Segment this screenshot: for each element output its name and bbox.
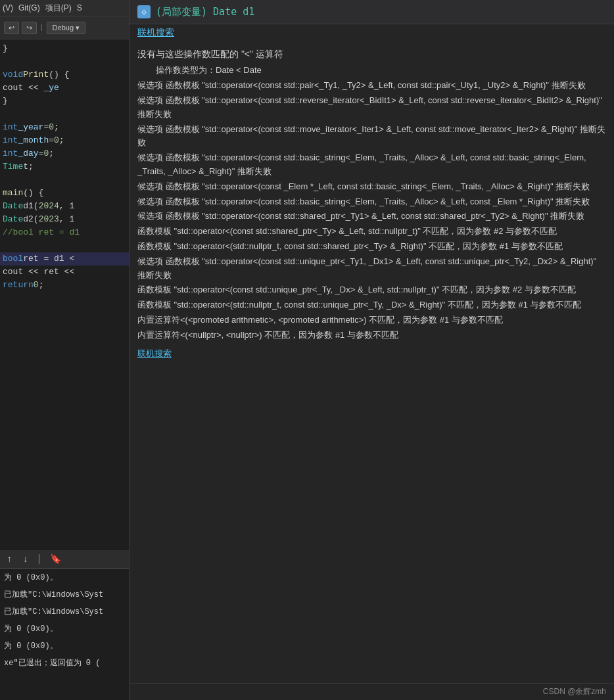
candidate-10: 候选项 函数模板 "std::operator<(const std::uniq… xyxy=(137,255,606,283)
left-code-panel: (V) Git(G) 项目(P) S ↩ ↪ | Debug ▾ } void … xyxy=(0,0,130,700)
candidate-9: 函数模板 "std::operator<(std::nullptr_t, con… xyxy=(137,240,606,254)
code-line xyxy=(0,55,129,68)
up-arrow-icon[interactable]: ↑ xyxy=(4,553,14,566)
code-line: cout << ret << xyxy=(0,266,129,279)
code-line xyxy=(0,239,129,252)
popup-header: ◇ (局部变量) Date d1 xyxy=(130,0,614,24)
output-line: 已加载"C:\Windows\Syst xyxy=(0,603,129,620)
code-line: int _month = 0; xyxy=(0,134,129,147)
menu-extra[interactable]: S xyxy=(77,3,82,12)
candidate-8: 函数模板 "std::operator<(const std::shared_p… xyxy=(137,225,606,239)
candidate-11: 函数模板 "std::operator<(const std::unique_p… xyxy=(137,283,606,297)
code-line: } xyxy=(0,42,129,55)
error-main-message: 没有与这些操作数匹配的 "<" 运算符 xyxy=(137,47,606,61)
code-line xyxy=(0,108,129,121)
output-line: xe"已退出；返回值为 0 ( xyxy=(0,655,129,672)
popup-title: (局部变量) Date d1 xyxy=(156,6,254,18)
menu-bar: (V) Git(G) 项目(P) S xyxy=(0,0,129,16)
watermark: CSDN @余辉zmh xyxy=(130,683,614,700)
debug-button[interactable]: Debug ▾ xyxy=(47,22,85,34)
candidate-6: 候选项 函数模板 "std::operator<(const std::basi… xyxy=(137,195,606,209)
down-arrow-icon[interactable]: ↓ xyxy=(20,553,30,566)
code-line: int _day = 0; xyxy=(0,147,129,160)
error-sub-message: 操作数类型为：Date < Date xyxy=(156,64,606,78)
candidate-7: 候选项 函数模板 "std::operator<(const std::shar… xyxy=(137,210,606,223)
bottom-toolbar: ↑ ↓ | 🔖 xyxy=(0,550,129,569)
online-search-link[interactable]: 联机搜索 xyxy=(130,24,614,41)
code-line: cout << _ye xyxy=(0,82,129,95)
code-line: //bool ret = d1 xyxy=(0,226,129,239)
candidate-2: 候选项 函数模板 "std::operator<(const std::reve… xyxy=(137,94,606,122)
output-panel: 为 0 (0x0)。 已加载"C:\Windows\Syst 已加载"C:\Wi… xyxy=(0,569,129,700)
code-line: Time t; xyxy=(0,160,129,174)
candidate-4: 候选项 函数模板 "std::operator<(const std::basi… xyxy=(137,151,606,179)
redo-button[interactable]: ↪ xyxy=(22,22,37,34)
candidate-14: 内置运算符<(<nullptr>, <nullptr>) 不匹配，因为参数 #1… xyxy=(137,329,606,342)
candidate-13: 内置运算符<(<promoted arithmetic>, <promoted … xyxy=(137,314,606,327)
separator: | xyxy=(36,553,43,565)
bottom-online-search-link[interactable]: 联机搜索 xyxy=(137,348,172,358)
code-line: main() { xyxy=(0,187,129,200)
toolbar: ↩ ↪ | Debug ▾ xyxy=(0,16,129,39)
date-icon: ◇ xyxy=(137,5,151,18)
output-line: 已加载"C:\Windows\Syst xyxy=(0,586,129,603)
menu-git[interactable]: Git(G) xyxy=(18,3,40,12)
candidate-5: 候选项 函数模板 "std::operator<(const _Elem *_L… xyxy=(137,180,606,194)
pin-icon[interactable]: 🔖 xyxy=(47,552,64,566)
menu-project[interactable]: 项目(P) xyxy=(45,3,72,14)
code-line: int _year = 0; xyxy=(0,121,129,134)
error-popup-panel: ◇ (局部变量) Date d1 联机搜索 没有与这些操作数匹配的 "<" 运算… xyxy=(130,0,614,700)
candidate-1: 候选项 函数模板 "std::operator<(const std::pair… xyxy=(137,79,606,93)
code-line: return 0; xyxy=(0,279,129,292)
code-line: Date d2(2023, 1 xyxy=(0,213,129,226)
code-line: Date d1(2024, 1 xyxy=(0,200,129,213)
code-line: } xyxy=(0,95,129,108)
output-line: 为 0 (0x0)。 xyxy=(0,620,129,638)
separator: | xyxy=(39,24,44,32)
output-line: 为 0 (0x0)。 xyxy=(0,569,129,586)
error-content-area[interactable]: 没有与这些操作数匹配的 "<" 运算符 操作数类型为：Date < Date 候… xyxy=(130,41,614,683)
candidate-12: 函数模板 "std::operator<(std::nullptr_t, con… xyxy=(137,298,606,312)
code-line xyxy=(0,174,129,187)
menu-v[interactable]: (V) xyxy=(3,3,13,12)
undo-button[interactable]: ↩ xyxy=(4,22,19,34)
code-line-highlighted: bool ret = d1 < xyxy=(0,252,129,266)
output-line: 为 0 (0x0)。 xyxy=(0,638,129,655)
candidate-3: 候选项 函数模板 "std::operator<(const std::move… xyxy=(137,123,606,151)
code-editor[interactable]: } void Print() { cout << _ye } int _year… xyxy=(0,39,129,550)
code-line: void Print() { xyxy=(0,68,129,82)
